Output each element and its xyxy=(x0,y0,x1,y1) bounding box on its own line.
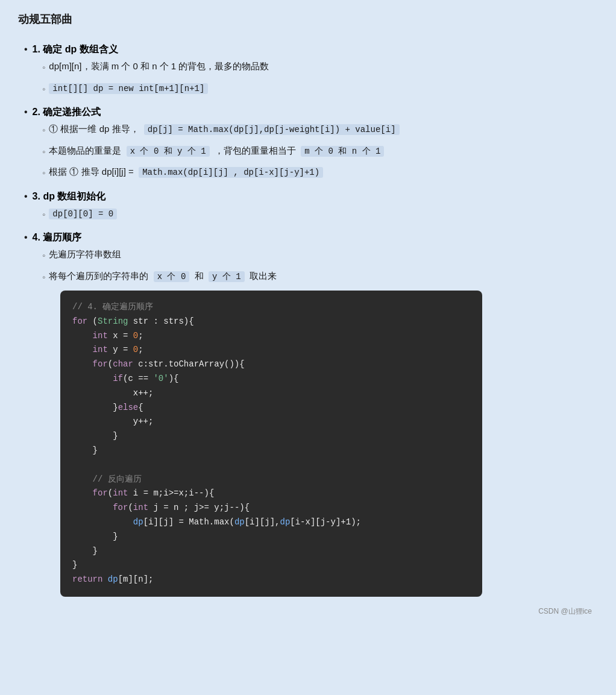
section-3-sublist: ◦ dp[0][0] = 0 xyxy=(42,206,592,222)
sub-text-4-2: 将每个遍历到的字符串的 x 个 0 和 y 个 1 取出来 xyxy=(49,268,592,285)
inline-code-2-1: dp[j] = Math.max(dp[j],dp[j-weight[i]) +… xyxy=(144,124,400,135)
inline-code-2-3: Math.max(dp[i][j] , dp[i-x][j-y]+1) xyxy=(139,167,323,178)
section-1-title: 1. 确定 dp 数组含义 xyxy=(33,43,118,56)
page-title: 动规五部曲 xyxy=(18,12,598,31)
sub-text-4-1: 先遍历字符串数组 xyxy=(49,247,592,262)
sub-text-1-1: dp[m][n]，装满 m 个 0 和 n 个 1 的背包，最多的物品数 xyxy=(49,58,592,74)
inline-code-4-2a: x 个 0 xyxy=(154,271,190,282)
sub-bullet-4-1: ◦ xyxy=(42,248,45,263)
sub-bullet-2-1: ◦ xyxy=(42,122,45,138)
section-4-sublist: ◦ 先遍历字符串数组 ◦ 将每个遍历到的字符串的 x 个 0 和 y 个 1 取… xyxy=(42,247,592,597)
section-4-title: 4. 遍历顺序 xyxy=(33,231,82,244)
section-2-item-2: ◦ 本题物品的重量是 x 个 0 和 y 个 1 ，背包的重量相当于 m 个 0… xyxy=(42,143,592,160)
section-1-header: • 1. 确定 dp 数组含义 xyxy=(24,43,592,56)
section-3: • 3. dp 数组初始化 ◦ dp[0][0] = 0 xyxy=(24,190,592,222)
sub-bullet-4-2: ◦ xyxy=(42,269,45,285)
section-1-item-1: ◦ dp[m][n]，装满 m 个 0 和 n 个 1 的背包，最多的物品数 xyxy=(42,58,592,75)
sub-bullet-3-1: ◦ xyxy=(42,207,45,222)
sub-bullet-2-2: ◦ xyxy=(42,144,45,160)
section-2-header: • 2. 确定递推公式 xyxy=(24,106,592,119)
section-4: • 4. 遍历顺序 ◦ 先遍历字符串数组 ◦ 将每个遍历到的字符串的 x 个 0… xyxy=(24,231,592,597)
sub-text-3-1: dp[0][0] = 0 xyxy=(49,206,592,222)
section-2-sublist: ◦ ① 根据一维 dp 推导， dp[j] = Math.max(dp[j],d… xyxy=(42,121,592,181)
inline-code-3-1: dp[0][0] = 0 xyxy=(49,209,117,219)
sub-text-2-3: 根据 ① 推导 dp[i][j] = Math.max(dp[i][j] , d… xyxy=(49,164,592,180)
section-3-title: 3. dp 数组初始化 xyxy=(33,190,106,203)
section-4-header: • 4. 遍历顺序 xyxy=(24,231,592,244)
section-3-item-1: ◦ dp[0][0] = 0 xyxy=(42,206,592,222)
inline-code-1-2: int[][] dp = new int[m+1][n+1] xyxy=(49,83,208,94)
sub-text-2-1: ① 根据一维 dp 推导， dp[j] = Math.max(dp[j],dp[… xyxy=(49,121,592,137)
section-1-sublist: ◦ dp[m][n]，装满 m 个 0 和 n 个 1 的背包，最多的物品数 ◦… xyxy=(42,58,592,96)
bullet-outer-dot-1: • xyxy=(24,44,28,55)
page-container: 动规五部曲 • 1. 确定 dp 数组含义 ◦ dp[m][n]，装满 m 个 … xyxy=(18,12,598,617)
bullet-outer-dot-4: • xyxy=(24,232,28,243)
bullet-outer-dot-2: • xyxy=(24,107,28,118)
bullet-outer-dot-3: • xyxy=(24,191,28,202)
section-3-header: • 3. dp 数组初始化 xyxy=(24,190,592,203)
section-4-item-1: ◦ 先遍历字符串数组 xyxy=(42,247,592,263)
section-1: • 1. 确定 dp 数组含义 ◦ dp[m][n]，装满 m 个 0 和 n … xyxy=(24,43,592,96)
section-2-title: 2. 确定递推公式 xyxy=(33,106,101,119)
sub-bullet-2-3: ◦ xyxy=(42,165,45,181)
section-4-item-2: ◦ 将每个遍历到的字符串的 x 个 0 和 y 个 1 取出来 xyxy=(42,268,592,285)
section-2: • 2. 确定递推公式 ◦ ① 根据一维 dp 推导， dp[j] = Math… xyxy=(24,106,592,181)
sub-text-1-2: int[][] dp = new int[m+1][n+1] xyxy=(49,80,592,96)
inline-code-2-2a: x 个 0 和 y 个 1 xyxy=(127,146,210,157)
sub-bullet-1-2: ◦ xyxy=(42,81,45,97)
sub-bullet-1-1: ◦ xyxy=(42,60,45,75)
section-2-item-1: ◦ ① 根据一维 dp 推导， dp[j] = Math.max(dp[j],d… xyxy=(42,121,592,138)
watermark: CSDN @山狸ice xyxy=(18,606,598,617)
code-block-container: // 4. 确定遍历顺序 for (String str : strs){ in… xyxy=(60,291,482,597)
content-area: • 1. 确定 dp 数组含义 ◦ dp[m][n]，装满 m 个 0 和 n … xyxy=(18,43,598,597)
section-1-item-2: ◦ int[][] dp = new int[m+1][n+1] xyxy=(42,80,592,97)
inline-code-4-2b: y 个 1 xyxy=(209,271,245,282)
section-2-item-3: ◦ 根据 ① 推导 dp[i][j] = Math.max(dp[i][j] ,… xyxy=(42,164,592,181)
sub-text-2-2: 本题物品的重量是 x 个 0 和 y 个 1 ，背包的重量相当于 m 个 0 和… xyxy=(49,143,592,159)
code-block: // 4. 确定遍历顺序 for (String str : strs){ in… xyxy=(72,300,470,587)
inline-code-2-2b: m 个 0 和 n 个 1 xyxy=(301,146,384,157)
